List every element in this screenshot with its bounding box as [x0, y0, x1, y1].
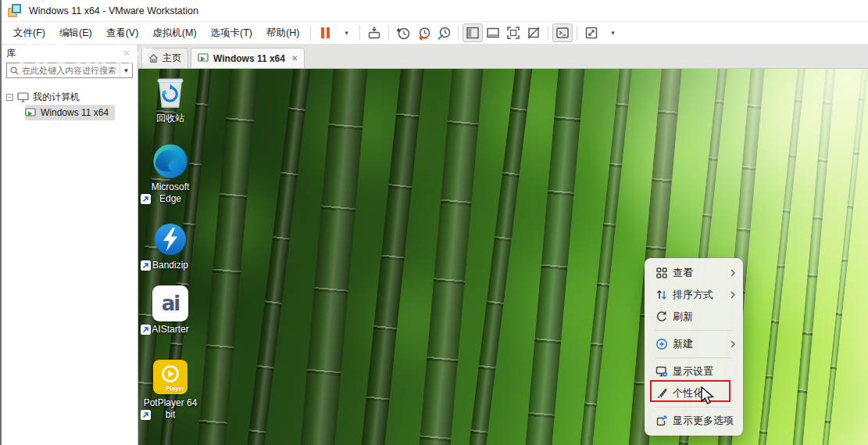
- vmware-workstation-window: Windows 11 x64 - VMware Workstation 文件(F…: [0, 0, 868, 445]
- stretch-dropdown-button[interactable]: ▾: [602, 23, 622, 42]
- desktop-icon-label: AIStarter: [152, 324, 188, 336]
- pause-button[interactable]: [315, 23, 335, 42]
- menu-tabs[interactable]: 选项卡(T): [204, 23, 259, 43]
- chevron-right-icon: [730, 269, 735, 277]
- toolbar-separator: [577, 26, 577, 40]
- sort-arrows-icon: [655, 289, 668, 301]
- context-menu-item-show-more-options[interactable]: 显示更多选项: [648, 410, 740, 432]
- full-screen-icon: [506, 26, 520, 40]
- menu-toolbar-row: 文件(F) 编辑(E) 查看(V) 虚拟机(M) 选项卡(T) 帮助(H) ▾: [2, 22, 868, 45]
- context-menu-label: 新建: [673, 337, 726, 351]
- panel-left-icon: [466, 26, 480, 40]
- display-settings-icon: [655, 365, 668, 378]
- menu-edit[interactable]: 编辑(E): [52, 23, 99, 43]
- desktop-icon-potplayer[interactable]: Player PotPlayer 64 bit: [140, 358, 201, 421]
- title-bar: Windows 11 x64 - VMware Workstation: [2, 0, 868, 22]
- crossed-window-icon: [527, 26, 541, 40]
- pause-dropdown-button[interactable]: ▾: [335, 23, 355, 42]
- tab-windows11-vm[interactable]: Windows 11 x64 ✕: [191, 48, 305, 68]
- stretch-icon: [584, 26, 598, 40]
- context-menu-item-new[interactable]: 新建: [648, 333, 740, 355]
- toolbar-separator: [548, 26, 548, 40]
- take-snapshot-icon: [396, 26, 411, 41]
- menu-file[interactable]: 文件(F): [6, 23, 52, 43]
- toolbar-separator: [458, 26, 459, 40]
- tab-strip: 主页 Windows 11 x64 ✕: [138, 45, 868, 69]
- desktop-icon-microsoft-edge[interactable]: Microsoft Edge: [140, 142, 201, 205]
- context-menu-separator: [655, 330, 733, 331]
- exit-enhanced-mode-button[interactable]: [523, 23, 544, 42]
- desktop-icon-recycle-bin[interactable]: 回收站: [140, 74, 201, 124]
- enter-full-screen-button[interactable]: [503, 23, 523, 42]
- window-title: Windows 11 x64 - VMware Workstation: [29, 5, 198, 16]
- caret-down-icon: ▾: [611, 29, 615, 37]
- shortcut-arrow-icon: [141, 325, 151, 335]
- desktop-icon-aistarter[interactable]: ai AIStarter: [140, 285, 201, 336]
- chevron-right-icon: [730, 340, 735, 348]
- context-menu-item-refresh[interactable]: 刷新: [648, 306, 740, 328]
- collapse-icon[interactable]: −: [6, 94, 13, 101]
- tree-item-windows11-vm[interactable]: Windows 11 x64: [22, 105, 138, 120]
- context-menu-label: 查看: [673, 266, 726, 280]
- vm-display[interactable]: 回收站 Microsoft Edge: [138, 69, 868, 445]
- context-menu-item-display-settings[interactable]: 显示设置: [648, 361, 740, 382]
- personalize-brush-icon: [655, 387, 668, 400]
- desktop-context-menu: 查看 排序方式 刷新: [645, 258, 743, 436]
- toolbar-separator: [359, 26, 360, 40]
- context-menu-item-view[interactable]: 查看: [648, 262, 740, 284]
- show-library-button[interactable]: [463, 23, 483, 42]
- library-panel: 库 ✕ ▼ − 我的计算机 Windows 11 x64: [2, 45, 138, 445]
- context-menu-item-sort-by[interactable]: 排序方式: [648, 284, 740, 306]
- view-grid-icon: [655, 267, 668, 279]
- toolbar-separator: [310, 26, 311, 40]
- more-options-icon: [655, 414, 668, 427]
- home-icon: [148, 53, 159, 63]
- tree-item-label: 我的计算机: [33, 91, 80, 104]
- chevron-right-icon: [730, 291, 735, 299]
- panel-bottom-icon: [486, 26, 500, 40]
- context-menu-separator: [655, 407, 733, 407]
- menu-view[interactable]: 查看(V): [99, 23, 146, 43]
- recycle-bin-icon: [154, 74, 187, 110]
- caret-down-icon: ▾: [345, 29, 348, 37]
- context-menu-label: 刷新: [673, 310, 726, 324]
- revert-snapshot-button[interactable]: [413, 23, 434, 42]
- tree-item-label: Windows 11 x64: [41, 107, 109, 118]
- shortcut-arrow-icon: [141, 260, 151, 271]
- show-thumbnail-bar-button[interactable]: [483, 23, 503, 42]
- desktop-icon-label: Bandizip: [152, 260, 188, 271]
- revert-snapshot-icon: [416, 26, 431, 41]
- context-menu-label: 显示设置: [673, 364, 726, 379]
- menu-vm[interactable]: 虚拟机(M): [145, 23, 203, 43]
- desktop-icon-label: 回收站: [156, 113, 184, 124]
- new-plus-icon: [655, 338, 668, 350]
- take-snapshot-button[interactable]: [393, 23, 413, 42]
- library-search-box[interactable]: ▼: [6, 63, 133, 78]
- edge-icon: [152, 142, 189, 181]
- manage-snapshots-icon: [437, 26, 452, 41]
- potplayer-icon: Player: [153, 360, 188, 394]
- vmware-app-icon: [8, 4, 21, 17]
- computer-icon: [17, 92, 29, 102]
- pause-icon: [321, 27, 330, 38]
- library-search-input[interactable]: [22, 66, 120, 75]
- tab-home[interactable]: 主页: [141, 48, 188, 68]
- bandizip-icon: [152, 221, 188, 257]
- context-menu-item-personalize[interactable]: 个性化: [648, 382, 740, 404]
- context-menu-label: 显示更多选项: [673, 414, 734, 428]
- library-close-icon[interactable]: ✕: [121, 48, 133, 59]
- tab-vm-label: Windows 11 x64: [213, 53, 285, 64]
- menu-help[interactable]: 帮助(H): [259, 23, 306, 43]
- stretch-guest-button[interactable]: [581, 23, 602, 42]
- tab-home-label: 主页: [163, 52, 181, 65]
- send-ctrl-alt-del-button[interactable]: [364, 23, 384, 42]
- ctrl-alt-del-icon: [367, 26, 381, 40]
- tree-item-my-computer[interactable]: − 我的计算机: [2, 89, 138, 105]
- vm-icon: [198, 53, 209, 63]
- desktop-icon-bandizip[interactable]: Bandizip: [140, 221, 201, 271]
- search-dropdown-icon[interactable]: ▼: [120, 63, 132, 77]
- open-console-button[interactable]: [552, 23, 573, 42]
- library-title: 库: [6, 47, 16, 60]
- manage-snapshots-button[interactable]: [434, 23, 454, 42]
- tab-close-icon[interactable]: ✕: [291, 54, 298, 63]
